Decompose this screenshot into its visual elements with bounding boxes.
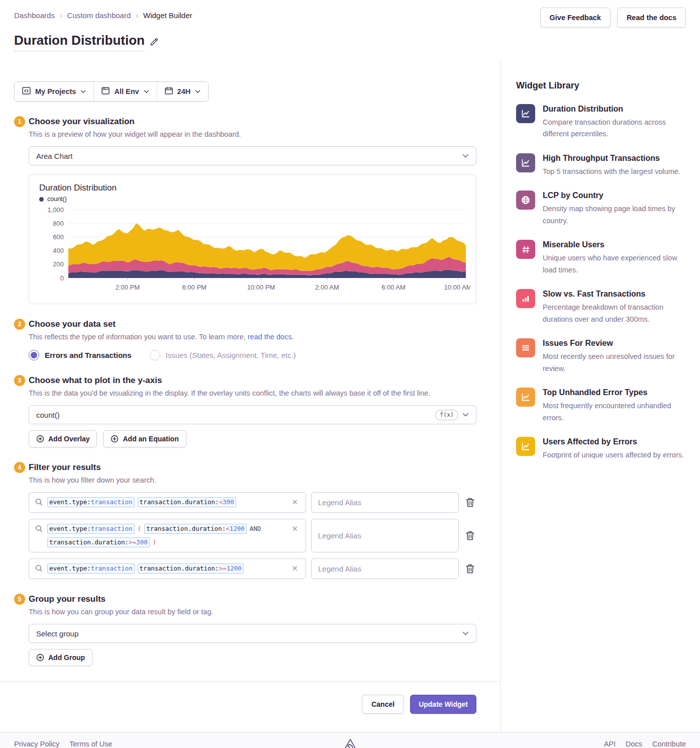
search-conditions-input[interactable]: event.type:transactiontransaction.durati… (29, 558, 306, 579)
svg-text:2:00 PM: 2:00 PM (116, 284, 140, 291)
paren-text: ) (153, 538, 157, 547)
close-icon[interactable]: ✕ (290, 498, 299, 507)
widget-type-icon (516, 104, 535, 123)
search-token[interactable]: event.type:transaction (47, 497, 135, 507)
step-badge-1: 1 (14, 116, 25, 127)
pencil-icon[interactable] (150, 38, 158, 46)
widget-library-item[interactable]: Duration Distribution Compare transactio… (516, 104, 686, 140)
step-badge-5: 5 (14, 594, 25, 605)
step-badge-2: 2 (14, 319, 25, 330)
sentry-logo[interactable] (344, 738, 356, 748)
search-token[interactable]: transaction.duration:>=300 (47, 537, 150, 547)
environment-filter[interactable]: All Env (93, 82, 156, 101)
legend-alias-input[interactable] (311, 519, 459, 552)
dataset-option-label: Errors and Transactions (45, 351, 132, 359)
section-visualization: 1 Choose your visualization This is a pr… (14, 117, 476, 304)
group-select[interactable]: Select group (29, 624, 476, 643)
widget-library-item[interactable]: Slow vs. Fast Transactions Percentage br… (516, 289, 686, 325)
svg-text:10:00 PM: 10:00 PM (247, 284, 275, 291)
svg-text:1,000: 1,000 (47, 206, 64, 214)
search-token[interactable]: event.type:transaction (47, 564, 135, 574)
widget-type-icon (516, 153, 535, 172)
page-header: Dashboards › Custom dashboard › Widget B… (0, 0, 700, 60)
svg-text:6:00 PM: 6:00 PM (182, 284, 207, 291)
chevron-down-icon (195, 90, 201, 94)
breadcrumb-widget-builder: Widget Builder (143, 11, 192, 20)
widget-type-icon (516, 240, 535, 259)
plus-circle-icon (36, 435, 44, 443)
read-the-docs-link[interactable]: read the docs (248, 333, 292, 341)
dataset-option-errors-transactions[interactable]: Errors and Transactions (29, 350, 132, 360)
trash-icon[interactable] (464, 496, 476, 509)
search-token[interactable]: event.type:transaction (47, 524, 135, 534)
section-yaxis-title: Choose what to plot in the y-axis (29, 376, 476, 386)
step-badge-3: 3 (14, 375, 25, 386)
widget-library-item[interactable]: Issues For Review Most recently seen unr… (516, 338, 686, 375)
radio-selected-icon[interactable] (29, 350, 39, 360)
widget-library-item[interactable]: Top Unhandled Error Types Most frequentl… (516, 388, 686, 424)
close-icon[interactable]: ✕ (290, 564, 299, 573)
widget-library-item[interactable]: High Throughput Transactions Top 5 trans… (516, 153, 686, 177)
section-yaxis: 3 Choose what to plot in the y-axis This… (14, 376, 476, 447)
search-conditions-input[interactable]: event.type:transaction(transaction.durat… (29, 519, 306, 552)
terms-of-use-link[interactable]: Terms of Use (69, 740, 112, 748)
widget-library-item[interactable]: Miserable Users Unique users who have ex… (516, 240, 686, 276)
widget-library-item-description: Most frequently encountered unhandled er… (543, 400, 686, 424)
project-filter[interactable]: My Projects (15, 82, 93, 101)
filter-condition-row: event.type:transactiontransaction.durati… (29, 492, 476, 513)
widget-library-item-title: LCP by Country (543, 191, 686, 200)
widget-library-panel: Widget Library Duration Distribution Com… (501, 60, 700, 732)
yaxis-field-select[interactable]: count() f(x) (29, 405, 476, 424)
privacy-policy-link[interactable]: Privacy Policy (14, 740, 59, 748)
legend-alias-input[interactable] (311, 558, 459, 579)
svg-text:400: 400 (53, 247, 64, 254)
footer-right-links: API Docs Contribute (604, 740, 686, 748)
visualization-type-select[interactable]: Area Chart (29, 146, 476, 165)
legend-label: count() (47, 196, 67, 203)
widget-library-item-description: Compare transaction durations across dif… (543, 117, 686, 140)
svg-text:800: 800 (53, 220, 64, 227)
update-widget-button[interactable]: Update Widget (410, 695, 476, 714)
widget-type-icon (516, 437, 535, 456)
legend-alias-input[interactable] (311, 492, 459, 513)
widget-library-item[interactable]: LCP by Country Density map showing page … (516, 191, 686, 227)
widget-builder-form: My Projects All Env (0, 60, 501, 732)
search-icon (35, 498, 43, 508)
api-link[interactable]: API (604, 740, 616, 748)
search-token[interactable]: transaction.duration:>=1200 (138, 564, 244, 574)
search-token[interactable]: transaction.duration:<300 (138, 497, 236, 507)
radio-unselected-icon[interactable] (150, 350, 160, 360)
cancel-button[interactable]: Cancel (362, 695, 404, 714)
search-token[interactable]: transaction.duration:<1200 (144, 524, 247, 534)
close-icon[interactable]: ✕ (290, 524, 299, 533)
dataset-option-issues[interactable]: Issues (States, Assignment, Time, etc.) (150, 350, 296, 360)
add-equation-button[interactable]: Add an Equation (103, 430, 186, 447)
widget-library-item[interactable]: Users Affected by Errors Footprint of un… (516, 437, 686, 461)
chevron-down-icon (144, 90, 149, 94)
chevron-down-icon (462, 413, 469, 417)
time-range-filter[interactable]: 24H (157, 82, 209, 101)
add-overlay-button[interactable]: Add Overlay (29, 430, 97, 447)
section-dataset-title: Choose your data set (29, 319, 476, 329)
chart-legend[interactable]: count() (39, 196, 476, 203)
widget-library-item-description: Percentage breakdown of transaction dura… (543, 302, 686, 325)
search-token-list: event.type:transactiontransaction.durati… (47, 497, 285, 507)
section-filter-title: Filter your results (29, 462, 476, 473)
give-feedback-button[interactable]: Give Feedback (540, 8, 611, 28)
trash-icon[interactable] (464, 529, 476, 542)
contribute-link[interactable]: Contribute (652, 740, 686, 748)
add-group-button[interactable]: Add Group (29, 649, 92, 666)
breadcrumb-dashboards[interactable]: Dashboards (14, 11, 55, 20)
filter-condition-row: event.type:transactiontransaction.durati… (29, 558, 476, 579)
widget-library-item-description: Unique users who have experienced slow l… (543, 252, 686, 276)
time-range-filter-label: 24H (177, 87, 191, 96)
read-docs-button[interactable]: Read the docs (617, 8, 686, 28)
trash-icon[interactable] (464, 562, 476, 576)
plus-circle-icon (36, 653, 44, 662)
function-badge: f(x) (435, 410, 458, 420)
search-icon (35, 525, 43, 534)
search-conditions-input[interactable]: event.type:transactiontransaction.durati… (29, 492, 306, 513)
docs-link[interactable]: Docs (626, 740, 642, 748)
widget-type-icon (516, 289, 535, 308)
breadcrumb-custom-dashboard[interactable]: Custom dashboard (67, 11, 131, 20)
